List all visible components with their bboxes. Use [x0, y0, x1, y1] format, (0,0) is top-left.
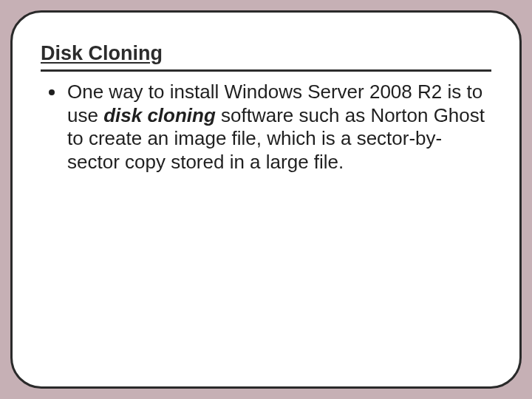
slide-card: Disk Cloning One way to install Windows …	[10, 10, 522, 389]
slide-background: Disk Cloning One way to install Windows …	[0, 0, 532, 399]
bullet-list: One way to install Windows Server 2008 R…	[41, 81, 491, 174]
bullet-item-1: One way to install Windows Server 2008 R…	[66, 81, 491, 174]
bullet-text-emphasis: disk cloning	[103, 104, 216, 126]
slide-title: Disk Cloning	[41, 42, 491, 65]
title-underline-rule	[41, 69, 491, 72]
